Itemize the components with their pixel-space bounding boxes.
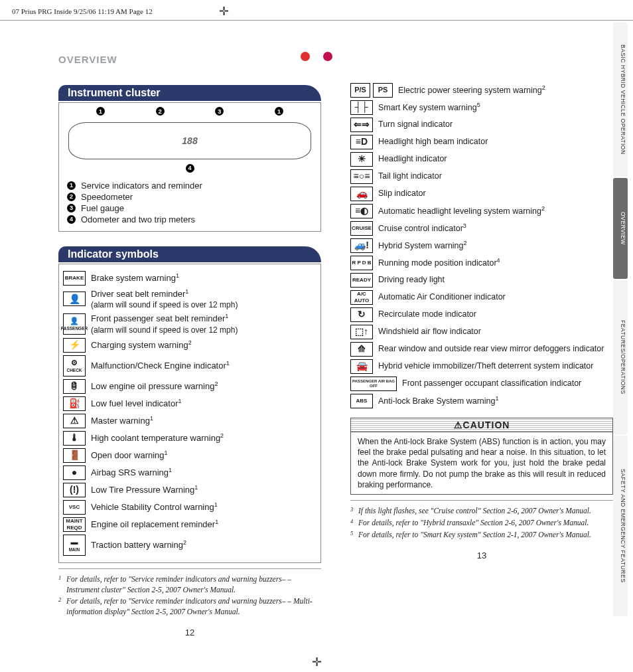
callout-row-top: 1 2 3 1	[64, 107, 315, 116]
indicator-charging-desc: Charging system warning2	[91, 339, 192, 351]
indicator-tire-pressure-icon: (!)	[63, 483, 86, 497]
indicator-passenger-seatbelt: 👤PASSENGERFront passenger seat belt remi…	[63, 313, 316, 335]
page-num-left: 12	[58, 628, 321, 637]
indicator-slip: 🚗Slip indicator	[350, 187, 613, 201]
indicator-brake-desc: Brake system warning1	[91, 272, 179, 284]
indicator-tail-light: ≡○≡Tail light indicator	[350, 169, 613, 184]
indicator-maint-reqd-icon: MAINT REQD	[63, 517, 86, 532]
indicator-cruise-icon: CRUISE	[350, 221, 373, 236]
indicator-master-warning-icon: ⚠	[63, 414, 86, 428]
footnote-3: 3If this light flashes, see "Cruise cont…	[350, 506, 613, 517]
callout-list: 1Service indicators and reminder 2Speedo…	[67, 181, 313, 224]
caution-header: ⚠CAUTION	[351, 418, 612, 432]
indicator-high-beam-desc: Headlight high beam indicator	[378, 137, 488, 147]
indicator-rear-defog: ⟰Rear window and outside rear view mirro…	[350, 342, 613, 357]
footnote-1: 1For details, refer to "Service reminder…	[58, 574, 321, 595]
indicator-vsc-desc: Vehicle Stability Control warning1	[91, 501, 218, 513]
overview-title: OVERVIEW	[58, 54, 321, 65]
indicator-rear-defog-icon: ⟰	[350, 342, 373, 357]
indicator-airbag-desc: Airbag SRS warning1	[91, 467, 172, 479]
indicator-airbag-icon: ●	[63, 465, 86, 480]
indicator-abs: ABSAnti-lock Brake System warning1	[350, 394, 613, 408]
indicator-turn-signal: ⇐⇒Turn signal indicator	[350, 118, 613, 132]
indicator-immobilizer-desc: Hybrid vehicle immobilizer/Theft deterre…	[378, 361, 593, 372]
indicator-vsc-icon: VSC	[63, 500, 86, 515]
indicator-check-engine: ⚙CHECKMalfunction/Check Engine indicator…	[63, 355, 316, 377]
callout-1-top: 1	[96, 107, 105, 116]
indicator-cruise: CRUISECruise control indicator3	[350, 221, 613, 236]
footnote-5: 5For details, refer to "Smart Key system…	[350, 530, 613, 541]
indicator-smart-key: ┤├Smart Key system warning5	[350, 100, 613, 115]
indicator-list-left: BRAKEBrake system warning1👤Driver seat b…	[58, 264, 321, 564]
indicator-power-steering: P/SPSElectric power steering system warn…	[350, 83, 613, 98]
indicator-driver-seatbelt: 👤Driver seat belt reminder1(alarm will s…	[63, 288, 316, 311]
indicator-rear-defog-desc: Rear window and outside rear view mirror…	[378, 344, 604, 355]
right-column: P/SPSElectric power steering system warn…	[350, 54, 613, 637]
callout-row-bottom: 4	[64, 162, 315, 173]
indicator-vsc: VSCVehicle Stability Control warning1	[63, 500, 316, 515]
indicator-slip-icon: 🚗	[350, 187, 373, 201]
indicator-maint-reqd-desc: Engine oil replacement reminder1	[91, 519, 218, 531]
section-instrument-cluster: Instrument cluster	[58, 85, 321, 101]
indicator-power-steering-icon: PS	[373, 83, 393, 98]
callout-desc-3: Fuel gauge	[81, 203, 124, 213]
indicator-passenger-airbag-off-desc: Front passenger occupant classification …	[402, 378, 581, 389]
indicator-tail-light-icon: ≡○≡	[350, 169, 373, 184]
indicator-passenger-airbag-off: PASSENGER AIR BAG OFFFront passenger occ…	[350, 377, 613, 391]
print-header: 07 Prius PRG Inside 9/25/06 11:19 AM Pag…	[0, 0, 633, 21]
indicator-abs-icon: ABS	[350, 394, 373, 408]
callout-n3: 3	[67, 204, 76, 212]
indicator-ready-icon: READY	[350, 273, 373, 288]
indicator-windshield: ⬚↑Windshield air flow indicator	[350, 325, 613, 339]
indicator-abs-desc: Anti-lock Brake System warning1	[378, 395, 498, 407]
indicator-brake: BRAKEBrake system warning1	[63, 271, 316, 286]
indicator-master-warning: ⚠Master warning1	[63, 414, 316, 428]
indicator-ready-desc: Driving ready light	[378, 275, 445, 286]
indicator-immobilizer-icon: 🚘	[350, 359, 373, 374]
indicator-cruise-desc: Cruise control indicator3	[378, 222, 466, 234]
indicator-low-fuel-desc: Low fuel level indicator1	[91, 398, 182, 410]
indicator-passenger-seatbelt-icon: 👤PASSENGER	[63, 313, 86, 335]
indicator-headlight: ☀Headlight indicator	[350, 152, 613, 167]
callout-2-top: 2	[156, 107, 165, 116]
indicator-running-mode-desc: Running mode position indicator4	[378, 257, 500, 269]
section-indicator-symbols: Indicator symbols	[58, 246, 321, 262]
indicator-tire-pressure: (!)Low Tire Pressure Warning1	[63, 483, 316, 497]
indicator-maint-reqd: MAINT REQDEngine oil replacement reminde…	[63, 517, 316, 532]
indicator-master-warning-desc: Master warning1	[91, 415, 153, 427]
footnotes-right: 3If this light flashes, see "Cruise cont…	[350, 500, 613, 540]
footnotes-left: 1For details, refer to "Service reminder…	[58, 568, 321, 617]
indicator-turn-signal-icon: ⇐⇒	[350, 118, 373, 132]
indicator-check-engine-icon: ⚙CHECK	[63, 355, 86, 377]
callout-4-bottom: 4	[186, 164, 194, 173]
indicator-headlight-desc: Headlight indicator	[378, 154, 447, 165]
page-num-right: 13	[350, 550, 613, 560]
footnote-4: 4For details, refer to "Hybrid transaxle…	[350, 518, 613, 529]
instrument-cluster-box: 1 2 3 1 188 4 1Service indicators and re…	[58, 102, 321, 232]
indicator-list-right: P/SPSElectric power steering system warn…	[350, 83, 613, 408]
indicator-door-desc: Open door warning1	[91, 450, 168, 462]
indicator-check-engine-desc: Malfunction/Check Engine indicator1	[91, 360, 230, 372]
indicator-traction-battery: ▬MAINTraction battery warning2	[63, 535, 316, 556]
indicator-power-steering-desc: Electric power steering system warning2	[398, 84, 545, 96]
indicator-running-mode: R P D BRunning mode position indicator4	[350, 256, 613, 270]
indicator-ac-auto: A/C AUTOAutomatic Air Conditioner indica…	[350, 290, 613, 305]
indicator-low-fuel-icon: ⛽	[63, 396, 86, 411]
indicator-windshield-desc: Windshield air flow indicator	[378, 327, 481, 337]
indicator-passenger-seatbelt-desc: Front passenger seat belt reminder1(alar…	[91, 313, 238, 335]
indicator-ac-auto-desc: Automatic Air Conditioner indicator	[378, 292, 506, 303]
indicator-immobilizer: 🚘Hybrid vehicle immobilizer/Theft deterr…	[350, 359, 613, 374]
indicator-coolant-icon: 🌡	[63, 431, 86, 446]
cluster-speed-sample: 188	[182, 135, 197, 146]
print-header-text: 07 Prius PRG Inside 9/25/06 11:19 AM Pag…	[12, 7, 153, 15]
indicator-door: 🚪Open door warning1	[63, 448, 316, 463]
footnote-2: 2For details, refer to "Service reminder…	[58, 596, 321, 617]
indicator-tire-pressure-desc: Low Tire Pressure Warning1	[91, 484, 198, 496]
indicator-hybrid-warning-desc: Hybrid System warning2	[378, 240, 467, 252]
indicator-coolant: 🌡High coolant temperature warning2	[63, 431, 316, 446]
indicator-hybrid-warning: 🚙!Hybrid System warning2	[350, 238, 613, 253]
left-column: OVERVIEW Instrument cluster 1 2 3 1 188 …	[58, 54, 321, 637]
indicator-high-beam-icon: ≡D	[350, 135, 373, 149]
caution-box: ⚠CAUTION When the Anti-lock Brake System…	[350, 418, 613, 495]
indicator-slip-desc: Slip indicator	[378, 189, 426, 199]
